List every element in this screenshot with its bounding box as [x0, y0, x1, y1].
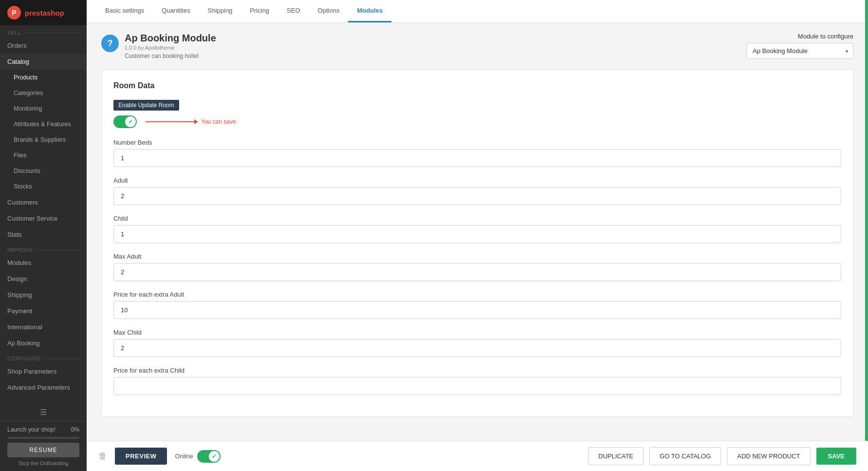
module-question-icon: ? — [101, 35, 119, 52]
sidebar-nav: SELL Orders Catalog Products Categories … — [0, 25, 87, 404]
form-group-adult: Adult — [113, 177, 841, 205]
sidebar-item-international[interactable]: International — [0, 319, 87, 335]
sidebar-item-orders[interactable]: Orders — [0, 38, 87, 54]
main-content: Basic settings Quantities Shipping Prici… — [87, 0, 868, 471]
add-new-product-button[interactable]: ADD NEW PRODUCT — [727, 447, 810, 465]
tab-options[interactable]: Options — [309, 0, 349, 22]
stop-onboarding-text[interactable]: Stop the OnBoarding — [7, 460, 79, 466]
form-group-max-adult: Max Adult — [113, 253, 841, 281]
sidebar-item-attributes-features[interactable]: Attributes & Features — [0, 116, 87, 132]
sidebar-item-brands-suppliers[interactable]: Brands & Suppliers — [0, 132, 87, 148]
can-save-text: You can save — [201, 118, 236, 125]
sidebar-item-monitoring[interactable]: Monitoring — [0, 101, 87, 116]
arrow-tip-icon — [194, 119, 198, 124]
content-area: ? Ap Booking Module 1.0.0 by Apollotheme… — [87, 23, 868, 471]
bottom-bar: 🗑 PREVIEW Online ✓ DUPLICATE GO TO CATAL… — [87, 441, 868, 471]
input-adult[interactable] — [113, 187, 841, 205]
module-description: Customer can booking holtel — [125, 53, 216, 59]
label-child: Child — [113, 215, 841, 222]
online-toggle[interactable]: ✓ — [197, 450, 221, 463]
sidebar-item-modules[interactable]: Modules — [0, 255, 87, 271]
sidebar-item-products[interactable]: Products — [0, 70, 87, 85]
logo-icon: P — [7, 6, 21, 19]
tab-pricing[interactable]: Pricing — [241, 0, 278, 22]
enable-update-toggle[interactable]: ✓ — [113, 115, 137, 128]
module-configure-label: Module to configure — [798, 33, 853, 40]
sidebar-footer: Launch your shop! 0% RESUME Stop the OnB… — [0, 421, 87, 471]
sidebar-item-shipping[interactable]: Shipping — [0, 287, 87, 303]
label-price-extra-adult: Price for each extra Adult — [113, 291, 841, 298]
check-icon: ✓ — [128, 118, 133, 125]
sidebar-item-files[interactable]: Files — [0, 148, 87, 163]
duplicate-button[interactable]: DUPLICATE — [588, 447, 644, 465]
preview-button[interactable]: PREVIEW — [115, 448, 167, 465]
input-number-beds[interactable] — [113, 149, 841, 167]
tab-seo[interactable]: SEO — [278, 0, 309, 22]
input-price-extra-child[interactable] — [113, 377, 841, 395]
module-info: ? Ap Booking Module 1.0.0 by Apollotheme… — [101, 33, 216, 59]
module-header: ? Ap Booking Module 1.0.0 by Apollotheme… — [101, 33, 853, 59]
resume-button[interactable]: RESUME — [7, 443, 79, 457]
online-toggle-wrap: Online ✓ — [175, 450, 221, 463]
label-number-beds: Number Beds — [113, 139, 841, 146]
sidebar-item-advanced-parameters[interactable]: Advanced Parameters — [0, 379, 87, 396]
sidebar-item-stocks[interactable]: Stocks — [0, 179, 87, 194]
enable-update-toggle-row: ✓ You can save — [113, 115, 841, 128]
module-details: Ap Booking Module 1.0.0 by Apollotheme C… — [125, 33, 216, 59]
sidebar-item-customers[interactable]: Customers — [0, 194, 87, 210]
module-select-wrap: Ap Booking Module ▾ — [746, 43, 853, 59]
sidebar-item-shop-parameters[interactable]: Shop Parameters — [0, 363, 87, 379]
input-price-extra-adult[interactable] — [113, 301, 841, 319]
sidebar-item-design[interactable]: Design — [0, 271, 87, 287]
form-group-price-extra-adult: Price for each extra Adult — [113, 291, 841, 319]
online-toggle-knob: ✓ — [209, 451, 220, 462]
form-group-max-child: Max Child — [113, 329, 841, 357]
section-improve: IMPROVE — [0, 243, 87, 255]
sidebar-item-discounts[interactable]: Discounts — [0, 163, 87, 179]
sidebar: P prestashop SELL Orders Catalog Product… — [0, 0, 87, 471]
tab-shipping[interactable]: Shipping — [199, 0, 241, 22]
module-select[interactable]: Ap Booking Module — [746, 43, 853, 59]
input-child[interactable] — [113, 225, 841, 243]
tab-modules[interactable]: Modules — [348, 0, 391, 22]
room-data-section: Room Data Enable Update Room ✓ You can s… — [101, 69, 853, 417]
module-title: Ap Booking Module — [125, 33, 216, 44]
sidebar-item-stats[interactable]: Stats — [0, 226, 87, 243]
tab-quantities[interactable]: Quantities — [153, 0, 199, 22]
room-data-title: Room Data — [113, 81, 841, 90]
arrow-line — [146, 121, 194, 122]
launch-progress-pct: 0% — [71, 426, 79, 433]
sidebar-item-customer-service[interactable]: Customer Service — [0, 210, 87, 226]
sidebar-item-payment[interactable]: Payment — [0, 303, 87, 319]
form-group-child: Child — [113, 215, 841, 243]
logo-text: prestashop — [25, 9, 64, 17]
input-max-child[interactable] — [113, 339, 841, 357]
label-adult: Adult — [113, 177, 841, 184]
online-check-icon: ✓ — [212, 453, 217, 460]
module-configure-section: Module to configure Ap Booking Module ▾ — [746, 33, 853, 59]
sidebar-logo: P prestashop — [0, 0, 87, 25]
input-max-adult[interactable] — [113, 263, 841, 281]
sidebar-item-categories[interactable]: Categories — [0, 85, 87, 101]
module-version: 1.0.0 by Apollotheme — [125, 45, 216, 51]
section-sell: SELL — [0, 25, 87, 38]
section-configure: CONFIGURE — [0, 351, 87, 363]
go-to-catalog-button[interactable]: GO TO CATALOG — [649, 447, 721, 465]
arrow-annotation: You can save — [146, 118, 236, 125]
sidebar-item-catalog[interactable]: Catalog — [0, 54, 87, 70]
trash-icon[interactable]: 🗑 — [98, 451, 107, 461]
enable-update-label: Enable Update Room — [113, 100, 179, 111]
form-group-number-beds: Number Beds — [113, 139, 841, 167]
online-label: Online — [175, 452, 193, 460]
label-price-extra-child: Price for each extra Child — [113, 367, 841, 374]
form-group-price-extra-child: Price for each extra Child — [113, 367, 841, 395]
label-max-adult: Max Adult — [113, 253, 841, 260]
form-fields-container: Number BedsAdultChildMax AdultPrice for … — [113, 139, 841, 395]
toggle-knob: ✓ — [125, 116, 136, 127]
save-button[interactable]: SAVE — [816, 448, 856, 465]
tabs-bar: Basic settings Quantities Shipping Prici… — [87, 0, 868, 23]
launch-shop-text: Launch your shop! — [7, 426, 67, 433]
tab-basic-settings[interactable]: Basic settings — [96, 0, 153, 22]
sidebar-item-ap-booking[interactable]: Ap Booking — [0, 335, 87, 351]
hamburger-icon[interactable]: ☰ — [0, 404, 87, 421]
